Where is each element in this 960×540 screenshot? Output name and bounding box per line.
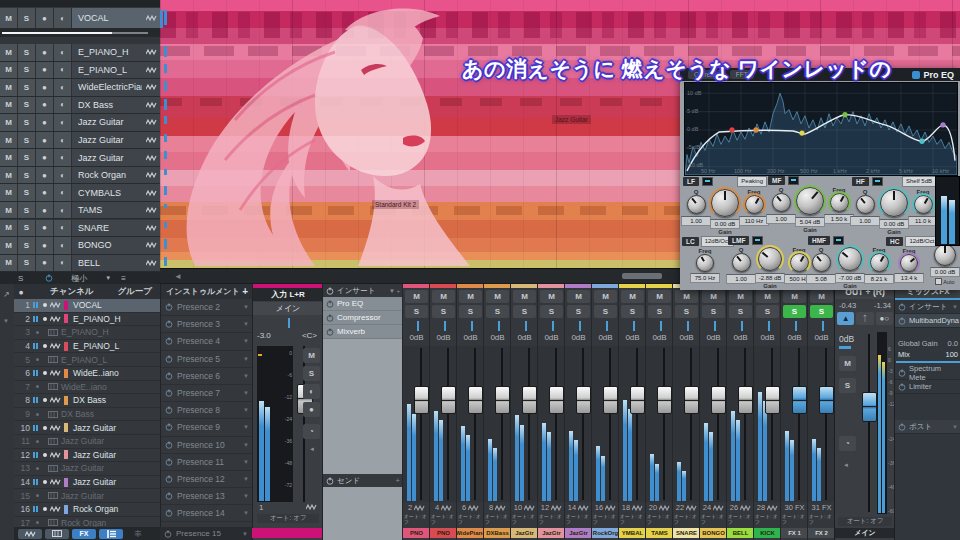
monitor-button[interactable]: ◐ (54, 184, 72, 201)
strip-label[interactable]: PNO (430, 528, 457, 538)
track-row[interactable]: MS●◐Jazz Guitar (0, 132, 160, 150)
out-mute-button[interactable]: M (839, 356, 856, 371)
strip-fader-area[interactable] (484, 346, 511, 502)
strip-label[interactable]: JazGtr (538, 528, 565, 538)
out-automation-mode[interactable]: オート: オフ (838, 517, 892, 526)
strip-pan-control[interactable] (649, 320, 670, 332)
send-header[interactable]: センド + (323, 474, 403, 487)
strip-fader-handle[interactable] (792, 386, 807, 414)
strip-label[interactable]: SNARE (673, 528, 700, 538)
strip-fader-handle[interactable] (603, 386, 618, 414)
clip-label[interactable]: Jazz Guitar (552, 115, 591, 124)
power-icon[interactable] (165, 509, 173, 517)
add-send-button[interactable]: + (396, 476, 400, 485)
solo-button[interactable]: S (18, 167, 36, 184)
instrument-row[interactable]: Presence 4▼ (161, 333, 253, 350)
strip-fader-area[interactable] (619, 346, 646, 502)
strip-fader-value[interactable]: 0dB (538, 333, 565, 342)
strip-pan-control[interactable] (460, 320, 481, 332)
mute-button[interactable]: M (0, 62, 18, 79)
strip-automation-mode[interactable]: オート: オフ (674, 514, 699, 523)
collapse-icon[interactable]: ◄ (843, 462, 849, 468)
strip-fader-area[interactable] (457, 346, 484, 502)
strip-solo-button[interactable]: S (594, 305, 617, 318)
scrollbar-thumb[interactable] (622, 273, 662, 279)
instrument-row[interactable]: Presence 6▼ (161, 368, 253, 385)
strip-fader-handle[interactable] (414, 386, 429, 414)
record-arm-button[interactable]: ● (36, 184, 54, 201)
power-icon[interactable] (165, 337, 173, 345)
strip-fader-value[interactable]: 0dB (781, 333, 808, 342)
eq-freq-knob[interactable] (790, 253, 809, 272)
strip-automation-mode[interactable]: オート: オフ (485, 514, 510, 523)
power-icon[interactable] (45, 274, 53, 282)
solo-button[interactable]: S (18, 237, 36, 254)
record-arm-button[interactable]: ● (36, 8, 54, 28)
strip-solo-button[interactable]: S (486, 305, 509, 318)
solo-button[interactable]: S (18, 132, 36, 149)
fader-value[interactable]: -3.0 (257, 331, 271, 340)
strip-mute-button[interactable]: M (459, 290, 482, 303)
power-icon[interactable] (165, 303, 173, 311)
strip-mute-button[interactable]: M (486, 290, 509, 303)
strip-mute-button[interactable]: M (621, 290, 644, 303)
channel-list-row[interactable]: 3E_PIANO_H (14, 326, 160, 340)
strip-mute-button[interactable]: M (594, 290, 617, 303)
power-icon[interactable] (165, 406, 173, 414)
power-icon[interactable] (164, 530, 172, 538)
strip-mute-button[interactable]: M (702, 290, 725, 303)
mute-button[interactable]: M (0, 184, 18, 201)
strip-solo-button[interactable]: S (405, 305, 428, 318)
strip-solo-button[interactable]: S (729, 305, 752, 318)
power-icon[interactable] (165, 458, 173, 466)
strip-fader-handle[interactable] (522, 386, 537, 414)
strip-pan-control[interactable] (595, 320, 616, 332)
solo-group-button[interactable]: S (18, 274, 23, 283)
record-arm-button[interactable]: ● (36, 132, 54, 149)
strip-mute-button[interactable]: M (810, 290, 833, 303)
monitor-button[interactable]: ◐ (54, 255, 72, 272)
eq-band-enable-toggle[interactable] (833, 236, 844, 245)
mute-button[interactable]: M (0, 79, 18, 96)
chevron-down-icon[interactable]: ▼ (243, 459, 249, 465)
power-icon[interactable] (326, 328, 334, 336)
strip-mute-button[interactable]: M (729, 290, 752, 303)
chevron-down-icon[interactable]: ▼ (243, 356, 249, 362)
out-fader[interactable] (863, 334, 875, 512)
record-arm-button[interactable]: ● (36, 79, 54, 96)
eq-q-knob[interactable] (812, 253, 831, 272)
monitor-button[interactable]: ◐ (54, 79, 72, 96)
eq-freq-knob[interactable] (914, 195, 933, 214)
eq-q-value[interactable]: 5.08 (806, 274, 836, 284)
track-row[interactable]: MS●◐Jazz Guitar (0, 114, 160, 132)
track-row[interactable]: MS●◐BONGO (0, 237, 160, 255)
monitor-button[interactable]: ◐ (54, 132, 72, 149)
group-column-header[interactable]: グループ (117, 286, 152, 298)
instrument-row[interactable]: Presence 14▼ (161, 505, 253, 522)
track-row[interactable]: MS●◐VOCAL (0, 8, 160, 29)
strip-fader-value[interactable]: 0dB (592, 333, 619, 342)
strip-label[interactable]: RockOrg (592, 528, 619, 538)
monitor-button[interactable]: ◐ (54, 44, 72, 61)
strip-mute-button[interactable]: M (756, 290, 779, 303)
strip-fader-value[interactable]: 0dB (673, 333, 700, 342)
strip-fader-handle[interactable] (819, 386, 834, 414)
power-icon[interactable] (165, 492, 173, 500)
channel-list-row[interactable]: 2E_PIANO_H (14, 313, 160, 327)
eq-q-value[interactable]: 1.00 (850, 216, 880, 226)
strip-solo-button[interactable]: S (432, 305, 455, 318)
chevron-down-icon[interactable]: ▼ (243, 304, 249, 310)
eq-q-value[interactable]: 1.00 (766, 214, 796, 224)
chevron-down-icon[interactable]: ▼ (243, 493, 249, 499)
track-row[interactable]: MS●◐E_PIANO_L (0, 62, 160, 80)
record-arm-button[interactable]: ● (36, 62, 54, 79)
power-icon[interactable] (165, 355, 173, 363)
cursor-icon[interactable]: ↗ (3, 290, 10, 299)
tab-instrument-tracks[interactable] (45, 529, 69, 539)
power-icon[interactable] (898, 369, 906, 377)
monitor-button[interactable]: ◐ (54, 202, 72, 219)
vocal-volume-envelope[interactable] (0, 29, 160, 37)
out-solo-button[interactable]: S (839, 378, 856, 393)
eq-curve-display[interactable]: 10 dB5 dB0 dB-5 dB-10 dB50 Hz100 Hz200 H… (684, 82, 958, 176)
monitor-button[interactable]: ◐ (54, 114, 72, 131)
